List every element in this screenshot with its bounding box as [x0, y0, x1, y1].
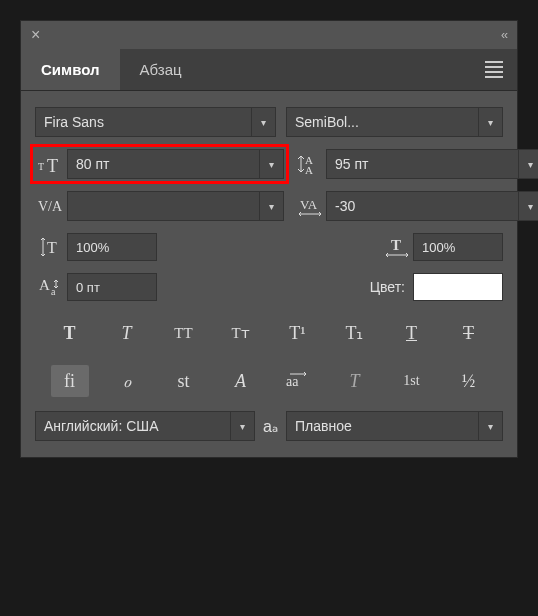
titlebar: × ‹‹ — [21, 21, 517, 49]
chevron-down-icon[interactable]: ▾ — [478, 412, 502, 440]
kerning-icon: V/A — [35, 196, 67, 216]
titling-alt-button[interactable]: A — [222, 365, 260, 397]
leading-icon: A A — [294, 153, 326, 175]
font-family-dropdown[interactable]: ▾ — [35, 107, 276, 137]
chevron-down-icon[interactable]: ▾ — [518, 150, 538, 178]
contextual-alt-button[interactable]: aa — [279, 365, 317, 397]
font-size-dropdown[interactable]: ▾ — [67, 149, 284, 179]
baseline-shift-icon: A a — [35, 276, 67, 298]
antialias-icon: aₐ — [263, 417, 278, 436]
small-caps-button[interactable]: Tᴛ — [222, 317, 260, 349]
language-dropdown[interactable]: ▾ — [35, 411, 255, 441]
swash-button[interactable]: ℴ — [108, 365, 146, 397]
all-caps-button[interactable]: TT — [165, 317, 203, 349]
svg-text:aa: aa — [286, 374, 299, 389]
horizontal-scale-icon: T — [381, 236, 413, 258]
baseline-shift-input[interactable] — [68, 280, 156, 295]
antialias-input[interactable] — [287, 412, 478, 440]
chevron-down-icon[interactable]: ▾ — [259, 192, 283, 220]
collapse-icon[interactable]: ‹‹ — [501, 28, 507, 42]
vertical-scale-field[interactable] — [67, 233, 157, 261]
panel-menu-icon[interactable] — [471, 58, 517, 81]
character-panel: × ‹‹ Символ Абзац ▾ ▾ T — [20, 20, 518, 458]
svg-text:T: T — [38, 161, 44, 172]
leading-input[interactable] — [327, 150, 518, 178]
chevron-down-icon[interactable]: ▾ — [251, 108, 275, 136]
style-row-2: fi ℴ st A aa T 1st ½ — [35, 365, 503, 397]
chevron-down-icon[interactable]: ▾ — [230, 412, 254, 440]
ligatures-button[interactable]: fi — [51, 365, 89, 397]
style-row-1: T T TT Tᴛ T¹ T₁ T T — [35, 317, 503, 349]
font-style-input[interactable] — [287, 108, 478, 136]
vertical-scale-icon: T — [35, 236, 67, 258]
underline-button[interactable]: T — [393, 317, 431, 349]
color-label: Цвет: — [370, 279, 405, 295]
superscript-button[interactable]: T¹ — [279, 317, 317, 349]
svg-text:A: A — [39, 277, 50, 293]
vertical-text-button[interactable]: T — [336, 365, 374, 397]
svg-text:VA: VA — [300, 197, 318, 212]
fractions-button[interactable]: ½ — [450, 365, 488, 397]
chevron-down-icon[interactable]: ▾ — [478, 108, 502, 136]
faux-bold-button[interactable]: T — [51, 317, 89, 349]
vertical-scale-input[interactable] — [68, 240, 156, 255]
chevron-down-icon[interactable]: ▾ — [518, 192, 538, 220]
color-swatch[interactable] — [413, 273, 503, 301]
leading-dropdown[interactable]: ▾ — [326, 149, 538, 179]
chevron-down-icon[interactable]: ▾ — [259, 150, 283, 178]
stylistic-alt-button[interactable]: st — [165, 365, 203, 397]
language-input[interactable] — [36, 412, 230, 440]
svg-text:T: T — [47, 156, 58, 174]
tab-paragraph[interactable]: Абзац — [120, 49, 202, 90]
close-icon[interactable]: × — [31, 26, 40, 44]
baseline-shift-field[interactable] — [67, 273, 157, 301]
tracking-icon: VA — [294, 195, 326, 217]
faux-italic-button[interactable]: T — [108, 317, 146, 349]
horizontal-scale-field[interactable] — [413, 233, 503, 261]
tracking-input[interactable] — [327, 192, 518, 220]
font-style-dropdown[interactable]: ▾ — [286, 107, 503, 137]
svg-text:A: A — [305, 164, 313, 175]
subscript-button[interactable]: T₁ — [336, 317, 374, 349]
svg-text:T: T — [47, 239, 57, 256]
font-family-input[interactable] — [36, 108, 251, 136]
strikethrough-button[interactable]: T — [450, 317, 488, 349]
tabs: Символ Абзац — [21, 49, 517, 91]
tracking-dropdown[interactable]: ▾ — [326, 191, 538, 221]
font-size-icon: T T — [35, 154, 67, 174]
font-size-input[interactable] — [68, 150, 259, 178]
antialias-dropdown[interactable]: ▾ — [286, 411, 503, 441]
svg-text:T: T — [391, 237, 401, 253]
kerning-dropdown[interactable]: ▾ — [67, 191, 284, 221]
panel-content: ▾ ▾ T T ▾ — [21, 91, 517, 457]
ordinals-button[interactable]: 1st — [393, 365, 431, 397]
kerning-input[interactable] — [68, 192, 259, 220]
horizontal-scale-input[interactable] — [414, 240, 502, 255]
tab-character[interactable]: Символ — [21, 49, 120, 90]
svg-text:V/A: V/A — [38, 199, 63, 214]
